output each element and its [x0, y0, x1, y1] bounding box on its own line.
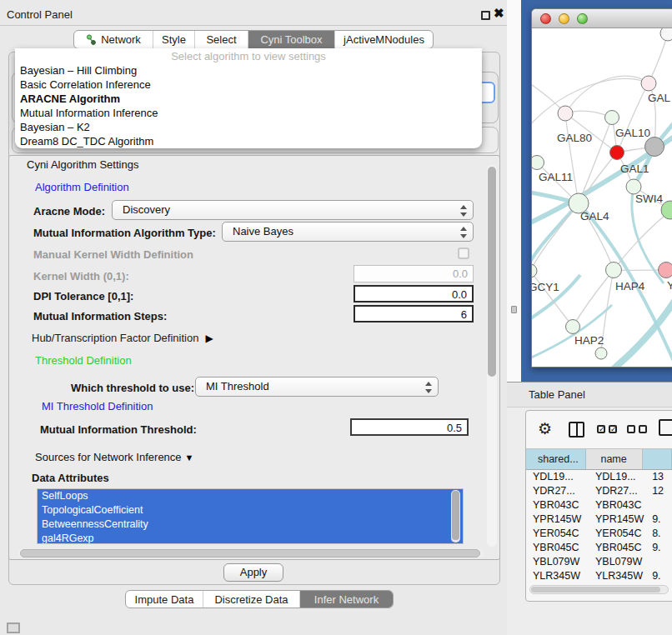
data-attributes-list[interactable]: SelfLoopsTopologicalCoefficientBetweenne…: [37, 488, 464, 544]
table-row[interactable]: YER054CYER054C8.: [526, 527, 672, 541]
network-node[interactable]: [659, 262, 672, 278]
table-header-row: shared... name: [526, 448, 672, 470]
network-node[interactable]: [660, 28, 672, 41]
sources-collapser[interactable]: Sources for Network Inference▼: [32, 451, 197, 463]
mi-threshold-field[interactable]: 0.5: [350, 418, 469, 436]
mi-steps-field[interactable]: 6: [354, 305, 474, 322]
combobox-arrows-icon: [460, 204, 467, 218]
column-header-shared[interactable]: shared...: [526, 449, 586, 469]
node-label: GAL4: [580, 210, 609, 222]
expand-right-icon: ▶: [205, 332, 213, 344]
document-icon[interactable]: [659, 419, 672, 436]
bottom-tabbar: Impute Data Discretize Data Infer Networ…: [125, 590, 394, 608]
table-row[interactable]: YBR043CYBR043C: [526, 498, 672, 512]
attribute-list-item[interactable]: gal4RGexp: [38, 532, 463, 544]
tab-infer-network[interactable]: Infer Network: [299, 591, 393, 608]
scrollbar-thumb[interactable]: [452, 491, 459, 540]
kernel-width-field[interactable]: 0.0: [354, 265, 474, 282]
tab-style[interactable]: Style: [153, 31, 194, 48]
aracne-mode-combobox[interactable]: Discovery: [112, 200, 474, 220]
network-edge: [579, 118, 612, 203]
control-panel-tabbar: Network Style Select Cyni Toolbox jActiv…: [73, 30, 434, 49]
attribute-list-item[interactable]: TopologicalCoefficient: [38, 503, 463, 518]
checked-checkboxes-icon[interactable]: ✓ ✓: [597, 425, 617, 433]
table-horizontal-scrollbar[interactable]: [529, 585, 669, 594]
dropdown-item[interactable]: Basic Correlation Inference: [15, 78, 482, 92]
node-label: GAL1: [620, 162, 649, 175]
tab-impute-data[interactable]: Impute Data: [126, 591, 203, 608]
network-window-titlebar[interactable]: [532, 9, 672, 28]
attribute-list-item[interactable]: BetweennessCentrality: [38, 518, 463, 532]
network-node[interactable]: [610, 146, 624, 160]
tab-cyni-toolbox[interactable]: Cyni Toolbox: [248, 31, 334, 48]
close-window-icon[interactable]: [540, 13, 551, 24]
network-node[interactable]: [595, 348, 607, 359]
sources-title: Sources for Network Inference: [35, 451, 182, 463]
mi-type-combobox[interactable]: Naive Bayes: [222, 222, 474, 242]
unchecked-checkboxes-icon[interactable]: [627, 425, 647, 433]
dropdown-item[interactable]: Bayesian – K2: [15, 120, 482, 134]
tab-label: Infer Network: [314, 593, 379, 606]
dropdown-item[interactable]: Mutual Information Inference: [15, 106, 482, 120]
dpi-tolerance-field[interactable]: 0.0: [354, 285, 474, 302]
mi-threshold-label: Mutual Information Threshold:: [40, 423, 197, 436]
table-row[interactable]: YDR27...YDR27...12: [526, 484, 672, 498]
divider-handle-icon[interactable]: [511, 306, 517, 313]
table-row[interactable]: YBL079WYBL079W: [526, 555, 672, 569]
panel-divider[interactable]: [507, 0, 521, 382]
close-icon[interactable]: ✖: [494, 6, 504, 21]
minimize-window-icon[interactable]: [559, 13, 569, 24]
network-node[interactable]: [641, 76, 656, 91]
dropdown-item[interactable]: Dream8 DC_TDC Algorithm: [15, 134, 482, 148]
column-header-name[interactable]: name: [586, 449, 643, 469]
table-row[interactable]: YPR145WYPR145W9.: [526, 512, 672, 527]
network-view-panel: GALGAL80GAL10GAL1GAL11SWI4GAL4GCY1HAP4YH…: [521, 0, 672, 382]
zoom-window-icon[interactable]: [577, 13, 588, 24]
scrollbar-thumb[interactable]: [488, 167, 496, 377]
collapsed-panel-icon[interactable]: [7, 622, 20, 633]
network-node[interactable]: [605, 111, 619, 125]
table-row[interactable]: YDL19...YDL19...13: [526, 470, 672, 484]
apply-button[interactable]: Apply: [223, 563, 283, 582]
dropdown-item[interactable]: Bayesian – Hill Climbing: [15, 63, 482, 78]
network-node[interactable]: [532, 156, 544, 170]
table-row[interactable]: YBR045CYBR045C9.: [526, 541, 672, 555]
tab-network[interactable]: Network: [74, 31, 153, 48]
tab-jactivemnodules[interactable]: jActiveMNodules: [334, 31, 433, 48]
dpi-tolerance-label: DPI Tolerance [0,1]:: [33, 290, 133, 302]
settings-horizontal-scrollbar[interactable]: [18, 549, 484, 558]
column-header-extra[interactable]: [643, 449, 672, 469]
tab-label: Select: [206, 33, 236, 46]
table-rows: YDL19...YDL19...13YDR27...YDR27...12YBR0…: [526, 470, 672, 592]
table-cell: YDL19...: [589, 470, 649, 484]
network-node[interactable]: [645, 138, 664, 157]
attribute-list-item[interactable]: SelfLoops: [38, 489, 463, 503]
table-cell: YBR043C: [589, 498, 649, 512]
network-node[interactable]: [532, 264, 537, 278]
table-cell: 13: [649, 470, 672, 484]
settings-vertical-scrollbar[interactable]: [487, 165, 497, 547]
dropdown-item[interactable]: ARACNE Algorithm: [15, 92, 482, 106]
split-columns-icon[interactable]: [569, 422, 584, 438]
which-threshold-combobox[interactable]: MI Threshold: [195, 377, 439, 397]
table-row[interactable]: YLR345WYLR345W9.: [526, 569, 672, 583]
table-cell: YDR27...: [589, 484, 649, 498]
network-edge: [617, 83, 649, 152]
network-node[interactable]: [558, 106, 573, 121]
manual-kernel-checkbox[interactable]: [458, 248, 469, 259]
scrollbar-thumb[interactable]: [531, 587, 660, 592]
node-label: SWI4: [635, 192, 663, 205]
tab-discretize-data[interactable]: Discretize Data: [203, 591, 299, 608]
tab-select[interactable]: Select: [194, 31, 248, 48]
network-node[interactable]: [606, 262, 622, 278]
data-attributes-label: Data Attributes: [32, 472, 109, 484]
scrollbar-thumb[interactable]: [20, 549, 480, 558]
float-window-icon[interactable]: [481, 11, 490, 20]
node-label: Y: [667, 279, 672, 292]
unchecked-box-icon: [627, 425, 635, 433]
hub-definition-expander[interactable]: Hub/Transcription Factor Definition▶: [32, 332, 213, 344]
table-cell: 9.: [649, 541, 672, 555]
network-node[interactable]: [566, 320, 580, 334]
gear-icon[interactable]: ⚙: [538, 419, 552, 438]
attributes-list-scrollbar[interactable]: [451, 490, 460, 542]
